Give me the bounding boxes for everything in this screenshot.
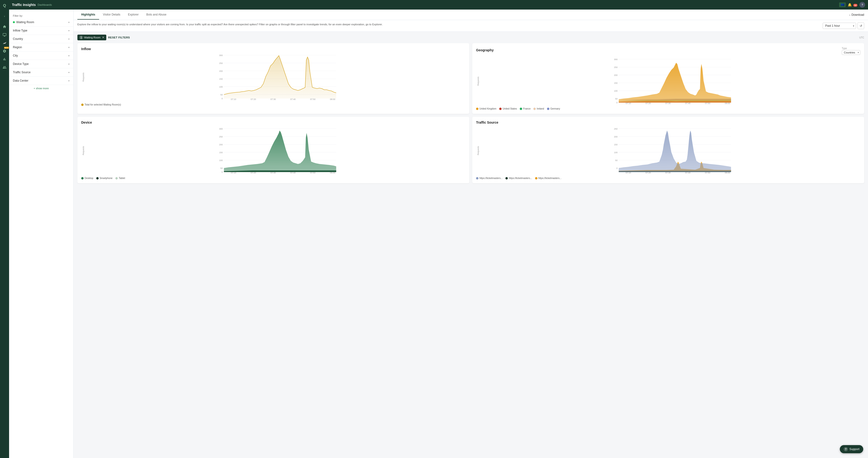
svg-text:07:40: 07:40 [685,172,690,174]
notification-badge: 12 [853,4,858,7]
legend-dot-ts1 [476,177,478,179]
chevron-down-icon: ▾ [68,55,69,57]
svg-text:07:40: 07:40 [290,98,296,100]
svg-text:07:10: 07:10 [626,102,631,104]
reset-filters-button[interactable]: RESET FILTERS [108,36,130,39]
svg-text:07:30: 07:30 [665,172,671,174]
icon-bar-monitor[interactable] [1,31,8,39]
filter-country[interactable]: Country ▾ [9,35,73,43]
svg-text:150: 150 [614,143,617,146]
download-arrow-icon: ↓ [849,13,850,17]
icon-bar-home[interactable] [1,23,8,31]
svg-text:07:50: 07:50 [705,172,710,174]
description-text: Explore the inflow to your waiting room(… [78,23,819,27]
filter-traffic-source[interactable]: Traffic Source ▾ [9,68,73,76]
geography-y-axis-label: Requests [476,76,480,86]
download-button[interactable]: ↓ Download [849,13,864,17]
svg-text:200: 200 [219,143,223,146]
filter-chip-label: Waiting Room [84,36,100,39]
header-subtitle: Dashboards [38,3,52,6]
top-header: Traffic Insights Dashboards 🇪🇺 🔔 12 ? [9,0,868,9]
legend-dot-us [499,108,502,110]
svg-text:07:20: 07:20 [251,172,256,174]
legend-dot-uk [476,108,478,110]
description-bar: Explore the inflow to your waiting room(… [73,20,868,32]
svg-text:250: 250 [219,62,223,64]
device-chart-svg: 300 250 200 150 100 50 0 [87,126,466,174]
filter-city[interactable]: City ▾ [9,52,73,60]
content-area: Filter by: Waiting Room ▾ Inflow Type ▾ … [9,9,868,458]
flag-icon[interactable]: 🇪🇺 [839,2,846,7]
svg-text:50: 50 [615,159,617,162]
time-filter-select[interactable]: Past 1 hour Past 6 hours Past 24 hours P… [823,23,856,29]
filter-chip-close[interactable]: ✕ [102,36,104,39]
chevron-down-icon: ▾ [68,79,69,82]
legend-desktop: Desktop [81,177,93,179]
legend-label-ts1: https://ticketmasters... [479,177,502,179]
device-chart-title: Device [81,121,466,124]
svg-text:100: 100 [614,90,617,92]
svg-text:08:00: 08:00 [330,98,335,100]
tab-highlights[interactable]: Highlights [78,10,99,20]
help-button[interactable]: ? [859,2,865,8]
filter-region-label: Region [13,45,22,49]
filter-waiting-room-label: Waiting Room [16,21,34,24]
svg-text:07:40: 07:40 [685,102,690,104]
icon-bar-stats[interactable] [1,55,8,63]
geography-chart-legend: United Kingdom United States France [476,107,860,110]
inflow-chart-title: Inflow [81,47,466,51]
traffic-source-chart-title: Traffic Source [476,121,860,124]
legend-germany: Germany [547,107,560,110]
legend-label-ts2: https://ticketmasters... [509,177,532,179]
icon-bar-settings[interactable]: BETA [1,47,8,55]
svg-text:07:30: 07:30 [270,172,276,174]
header-title: Traffic Insights [12,3,36,7]
inflow-chart-card: Inflow Requests [78,43,469,114]
legend-label-ireland: Ireland [537,107,544,110]
legend-us: United States [499,107,517,110]
filter-data-center[interactable]: Data Center ▾ [9,76,73,85]
chevron-down-icon: ▾ [68,29,69,32]
tabs-bar: Highlights Visitor Details Explorer Bots… [73,9,868,20]
geography-type-select[interactable]: Countries Cities Regions [842,50,860,55]
legend-dot-ts2 [505,177,508,179]
svg-text:0: 0 [616,101,617,104]
filter-waiting-room[interactable]: Waiting Room ▾ [9,18,73,27]
legend-france: France [520,107,530,110]
svg-text:07:50: 07:50 [310,172,315,174]
svg-text:07:30: 07:30 [270,98,276,100]
tab-bots-abuse[interactable]: Bots and Abuse [143,10,170,20]
icon-bar: Q ‹ BETA [0,0,9,458]
waiting-room-active-dot [13,21,15,23]
icon-bar-chart[interactable] [1,39,8,47]
icon-bar-chevron[interactable]: ‹ [1,12,8,20]
filter-device-type[interactable]: Device Type ▾ [9,60,73,68]
svg-text:08:00: 08:00 [725,172,730,174]
inflow-y-axis-label: Requests [81,72,86,81]
notification-bell[interactable]: 🔔 12 [848,3,858,7]
icon-bar-users[interactable] [1,64,8,71]
chevron-down-icon: ▾ [68,63,69,65]
legend-label-desktop: Desktop [85,177,93,179]
icon-bar-logo[interactable]: Q [1,2,8,9]
legend-uk: United Kingdom [476,107,496,110]
svg-text:07:10: 07:10 [231,98,236,100]
svg-text:07:10: 07:10 [231,172,236,174]
show-more-filters[interactable]: + show more [9,85,73,92]
legend-tablet: Tablet [115,177,125,179]
tab-explorer[interactable]: Explorer [124,10,143,20]
support-question-icon: ? [844,447,848,451]
filter-region[interactable]: Region ▾ [9,43,73,52]
refresh-button[interactable]: ↺ [858,23,864,29]
tab-visitor-details[interactable]: Visitor Details [99,10,124,20]
filter-inflow-type[interactable]: Inflow Type ▾ [9,27,73,35]
chevron-down-icon: ▾ [68,71,69,74]
traffic-source-chart-card: Traffic Source Requests [472,117,864,183]
legend-dot-total [81,104,84,106]
active-filter-row: 1 Waiting Room ✕ RESET FILTERS UTC [78,35,864,40]
chevron-down-icon: ▾ [68,46,69,49]
svg-text:07:20: 07:20 [645,102,651,104]
support-button[interactable]: ? Support [840,445,863,453]
chevron-down-icon: ▾ [68,21,69,24]
svg-text:07:40: 07:40 [290,172,296,174]
